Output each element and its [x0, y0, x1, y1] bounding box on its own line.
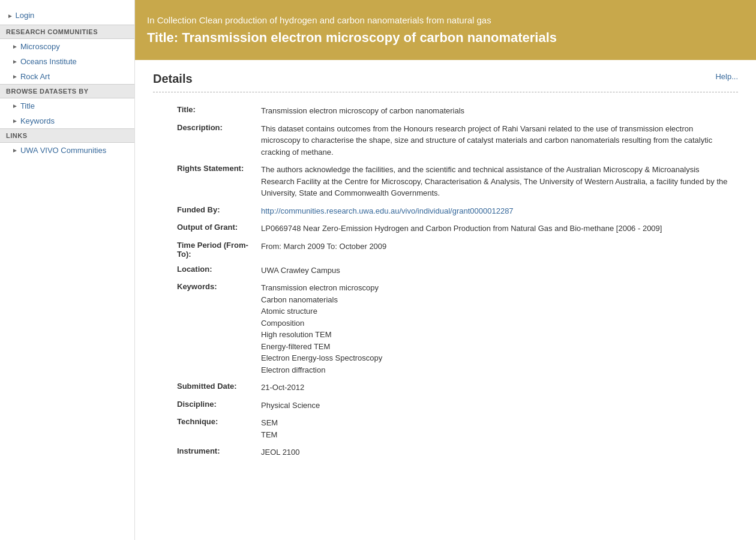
keyword-item: Atomic structure [261, 305, 732, 317]
title-link[interactable]: Title [20, 101, 35, 110]
rock-art-arrow: ► [12, 73, 18, 80]
keyword-item: Electron Energy-loss Spectroscopy [261, 352, 732, 364]
table-row-location: Location: UWA Crawley Campus [153, 262, 738, 280]
banner-title: Title: Transmission electron microscopy … [147, 30, 744, 46]
login-arrow: ► [7, 13, 13, 19]
funded-label: Funded By: [153, 202, 261, 220]
instrument-value: JEOL 2100 [261, 443, 738, 461]
keywords-arrow: ► [12, 118, 18, 124]
title-value: Transmission electron microscopy of carb… [261, 102, 738, 120]
keyword-item: Energy-filtered TEM [261, 341, 732, 353]
details-header: Details Help... [153, 72, 738, 92]
sidebar-item-keywords[interactable]: ► Keywords [0, 113, 134, 128]
details-section-title: Details [153, 72, 193, 86]
oceans-link[interactable]: Oceans Institute [20, 57, 77, 66]
table-row-time: Time Period (From-To): From: March 2009 … [153, 238, 738, 262]
rights-value: The authors acknowledge the facilities, … [261, 161, 738, 202]
sidebar: ► Login RESEARCH COMMUNITIES ► Microscop… [0, 0, 135, 540]
keyword-item: Composition [261, 317, 732, 329]
content-area: Details Help... Title: Transmission elec… [135, 60, 756, 473]
microscopy-link[interactable]: Microscopy [20, 42, 60, 51]
rights-label: Rights Statement: [153, 161, 261, 202]
table-row-discipline: Discipline: Physical Science [153, 397, 738, 415]
main-content: In Collection Clean production of hydrog… [135, 0, 756, 540]
sidebar-item-microscopy[interactable]: ► Microscopy [0, 39, 134, 54]
instrument-label: Instrument: [153, 443, 261, 461]
output-value: LP0669748 Near Zero-Emission Hydrogen an… [261, 220, 738, 238]
login-section: ► Login [0, 6, 134, 25]
time-label: Time Period (From-To): [153, 238, 261, 262]
table-row-keywords: Keywords: Transmission electron microsco… [153, 279, 738, 379]
technique-label: Technique: [153, 414, 261, 443]
table-row-rights: Rights Statement: The authors acknowledg… [153, 161, 738, 202]
keywords-label: Keywords: [153, 279, 261, 379]
table-row-instrument: Instrument: JEOL 2100 [153, 443, 738, 461]
technique-value: SEMTEM [261, 414, 738, 443]
sidebar-item-oceans[interactable]: ► Oceans Institute [0, 54, 134, 69]
oceans-arrow: ► [12, 58, 18, 65]
title-arrow: ► [12, 103, 18, 109]
discipline-value: Physical Science [261, 397, 738, 415]
sidebar-item-title[interactable]: ► Title [0, 98, 134, 113]
submitted-label: Submitted Date: [153, 379, 261, 397]
keyword-item: Electron diffraction [261, 364, 732, 376]
keyword-item: Transmission electron microscopy [261, 282, 732, 294]
vivo-arrow: ► [12, 147, 18, 154]
description-value: This dataset contains outcomes from the … [261, 120, 738, 161]
research-communities-heading: RESEARCH COMMUNITIES [0, 25, 134, 39]
technique-item: TEM [261, 429, 732, 441]
funded-value: http://communities.research.uwa.edu.au/v… [261, 202, 738, 220]
header-banner: In Collection Clean production of hydrog… [135, 0, 756, 60]
table-row-output: Output of Grant: LP0669748 Near Zero-Emi… [153, 220, 738, 238]
location-value: UWA Crawley Campus [261, 262, 738, 280]
keywords-link[interactable]: Keywords [20, 116, 55, 125]
keyword-item: High resolution TEM [261, 329, 732, 341]
description-label: Description: [153, 120, 261, 161]
table-row-submitted: Submitted Date: 21-Oct-2012 [153, 379, 738, 397]
rock-art-link[interactable]: Rock Art [20, 72, 50, 81]
details-table: Title: Transmission electron microscopy … [153, 102, 738, 461]
table-row-funded: Funded By: http://communities.research.u… [153, 202, 738, 220]
technique-item: SEM [261, 417, 732, 429]
help-link[interactable]: Help... [715, 72, 738, 81]
sidebar-item-rock-art[interactable]: ► Rock Art [0, 69, 134, 84]
funded-url-link[interactable]: http://communities.research.uwa.edu.au/v… [261, 206, 514, 215]
location-label: Location: [153, 262, 261, 280]
title-label: Title: [153, 102, 261, 120]
collection-text: In Collection Clean production of hydrog… [147, 15, 744, 25]
time-value: From: March 2009 To: October 2009 [261, 238, 738, 262]
keywords-value: Transmission electron microscopyCarbon n… [261, 279, 738, 379]
submitted-value: 21-Oct-2012 [261, 379, 738, 397]
table-row-title: Title: Transmission electron microscopy … [153, 102, 738, 120]
output-label: Output of Grant: [153, 220, 261, 238]
vivo-link[interactable]: UWA VIVO Communities [20, 146, 106, 155]
discipline-label: Discipline: [153, 397, 261, 415]
microscopy-arrow: ► [12, 43, 18, 50]
browse-datasets-heading: BROWSE DATASETS BY [0, 84, 134, 98]
links-heading: LINKS [0, 128, 134, 143]
keyword-item: Carbon nanomaterials [261, 294, 732, 306]
table-row-technique: Technique: SEMTEM [153, 414, 738, 443]
login-link[interactable]: Login [16, 11, 35, 20]
sidebar-item-vivo[interactable]: ► UWA VIVO Communities [0, 143, 134, 158]
table-row-description: Description: This dataset contains outco… [153, 120, 738, 161]
